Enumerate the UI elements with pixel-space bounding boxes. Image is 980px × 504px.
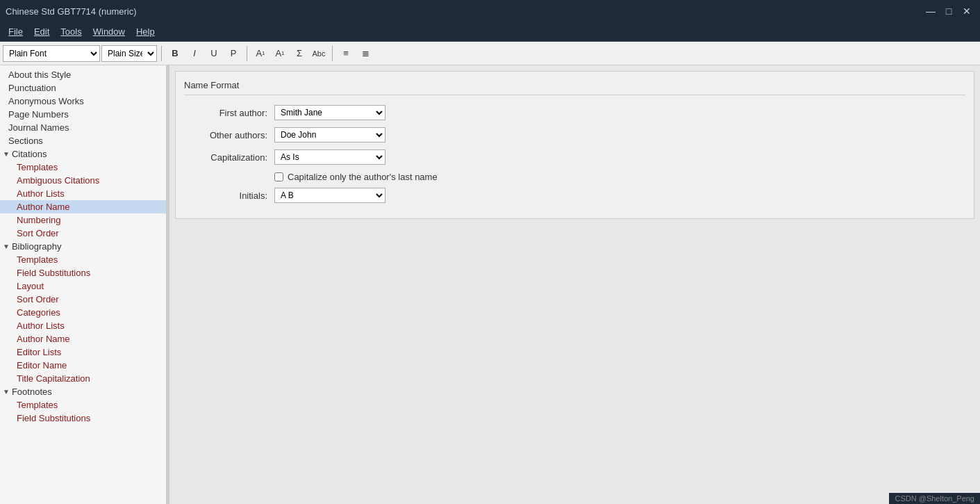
sigma-button[interactable]: Σ: [290, 45, 308, 62]
main-layout: About this Style Punctuation Anonymous W…: [0, 65, 980, 504]
sidebar-item-about[interactable]: About this Style: [0, 68, 166, 81]
other-authors-row: Other authors: Doe John John Doe Doe J: [184, 127, 965, 143]
sidebar-root-citations[interactable]: ▼ Citations: [0, 147, 166, 161]
toolbar-separator-1: [161, 46, 162, 61]
sidebar-root-footnotes[interactable]: ▼ Footnotes: [0, 385, 166, 398]
superscript-button[interactable]: A1: [251, 45, 269, 62]
sidebar-citations-author-lists[interactable]: Author Lists: [0, 187, 166, 200]
subscript-button[interactable]: A1: [271, 45, 289, 62]
sidebar-bibliography-layout[interactable]: Layout: [0, 279, 166, 293]
status-text: CSDN @Shelton_Peng: [895, 494, 974, 503]
sidebar-footnotes-templates[interactable]: Templates: [0, 398, 166, 412]
panel-title: Name Format: [184, 80, 965, 95]
menu-tools[interactable]: Tools: [55, 25, 87, 38]
menu-help[interactable]: Help: [131, 25, 160, 38]
italic-button[interactable]: I: [185, 45, 204, 62]
sidebar-root-bibliography[interactable]: ▼ Bibliography: [0, 240, 166, 253]
sidebar-bibliography-title-cap[interactable]: Title Capitalization: [0, 372, 166, 385]
bibliography-expand-icon: ▼: [3, 243, 10, 250]
sidebar-bibliography-field-subs[interactable]: Field Substitutions: [0, 266, 166, 279]
sidebar-item-punctuation[interactable]: Punctuation: [0, 81, 166, 95]
sidebar-bibliography-author-name[interactable]: Author Name: [0, 332, 166, 346]
menu-edit[interactable]: Edit: [28, 25, 55, 38]
sidebar-item-journal-names[interactable]: Journal Names: [0, 121, 166, 134]
initials-select[interactable]: A B AB A.B.: [274, 188, 385, 203]
size-select[interactable]: Plain Size: [101, 45, 157, 62]
underline-button[interactable]: U: [205, 45, 223, 62]
status-bar: CSDN @Shelton_Peng: [889, 493, 980, 504]
sidebar-bibliography-author-lists[interactable]: Author Lists: [0, 319, 166, 332]
capitalization-row: Capitalization: As Is ALL CAPS Small Cap…: [184, 149, 965, 165]
toolbar-separator-2: [247, 46, 247, 61]
first-author-select[interactable]: Smith Jane Jane Smith Smith J: [274, 105, 385, 120]
minimize-button[interactable]: —: [923, 3, 938, 19]
content-area: Name Format First author: Smith Jane Jan…: [169, 65, 980, 504]
sidebar-footnotes-field-subs[interactable]: Field Substitutions: [0, 412, 166, 425]
sidebar-citations-numbering[interactable]: Numbering: [0, 213, 166, 227]
sidebar-item-sections[interactable]: Sections: [0, 134, 166, 147]
sidebar-bibliography-editor-name[interactable]: Editor Name: [0, 359, 166, 372]
sidebar-bibliography-editor-lists[interactable]: Editor Lists: [0, 346, 166, 359]
first-author-label: First author:: [184, 108, 274, 118]
sidebar-citations-templates[interactable]: Templates: [0, 161, 166, 174]
align-right-button[interactable]: ≣: [356, 45, 374, 62]
sidebar-bibliography-templates[interactable]: Templates: [0, 253, 166, 266]
abc-button[interactable]: Abc: [310, 45, 328, 62]
initials-row: Initials: A B AB A.B.: [184, 188, 965, 203]
menu-file[interactable]: File: [3, 25, 28, 38]
menu-bar: File Edit Tools Window Help: [0, 22, 980, 42]
maximize-button[interactable]: □: [941, 3, 956, 19]
toolbar: Plain Font Plain Size B I U P A1 A1 Σ Ab…: [0, 42, 980, 65]
capitalization-select[interactable]: As Is ALL CAPS Small Caps: [274, 149, 385, 165]
name-format-panel: Name Format First author: Smith Jane Jan…: [175, 71, 974, 219]
first-author-row: First author: Smith Jane Jane Smith Smit…: [184, 105, 965, 120]
sidebar-citations-author-name[interactable]: Author Name: [0, 200, 166, 213]
capitalize-checkbox-label: Capitalize only the author's last name: [288, 172, 438, 182]
citations-label: Citations: [12, 149, 47, 159]
bold-button[interactable]: B: [166, 45, 184, 62]
other-authors-select[interactable]: Doe John John Doe Doe J: [274, 127, 385, 143]
toolbar-separator-3: [332, 46, 333, 61]
menu-window[interactable]: Window: [88, 25, 131, 38]
footnotes-expand-icon: ▼: [3, 388, 10, 396]
window-controls: — □ ✕: [923, 3, 974, 19]
sidebar-item-page-numbers[interactable]: Page Numbers: [0, 108, 166, 121]
font-select[interactable]: Plain Font: [3, 45, 100, 62]
sidebar-citations-sort-order[interactable]: Sort Order: [0, 227, 166, 240]
sidebar: About this Style Punctuation Anonymous W…: [0, 65, 167, 504]
title-bar: Chinese Std GBT7714 (numeric) — □ ✕: [0, 0, 980, 22]
bibliography-label: Bibliography: [12, 241, 62, 252]
capitalization-label: Capitalization:: [184, 152, 274, 163]
sidebar-bibliography-sort-order[interactable]: Sort Order: [0, 293, 166, 306]
initials-label: Initials:: [184, 190, 274, 201]
close-button[interactable]: ✕: [959, 3, 974, 19]
sidebar-item-anonymous[interactable]: Anonymous Works: [0, 95, 166, 108]
sidebar-citations-ambiguous[interactable]: Ambiguous Citations: [0, 174, 166, 187]
app-title: Chinese Std GBT7714 (numeric): [6, 6, 137, 17]
align-left-button[interactable]: ≡: [337, 45, 355, 62]
other-authors-label: Other authors:: [184, 130, 274, 140]
footnotes-label: Footnotes: [12, 387, 52, 397]
paragraph-button[interactable]: P: [224, 45, 242, 62]
capitalize-checkbox[interactable]: [274, 172, 283, 181]
citations-expand-icon: ▼: [3, 150, 10, 158]
capitalize-checkbox-row: Capitalize only the author's last name: [274, 172, 965, 182]
sidebar-bibliography-categories[interactable]: Categories: [0, 306, 166, 319]
